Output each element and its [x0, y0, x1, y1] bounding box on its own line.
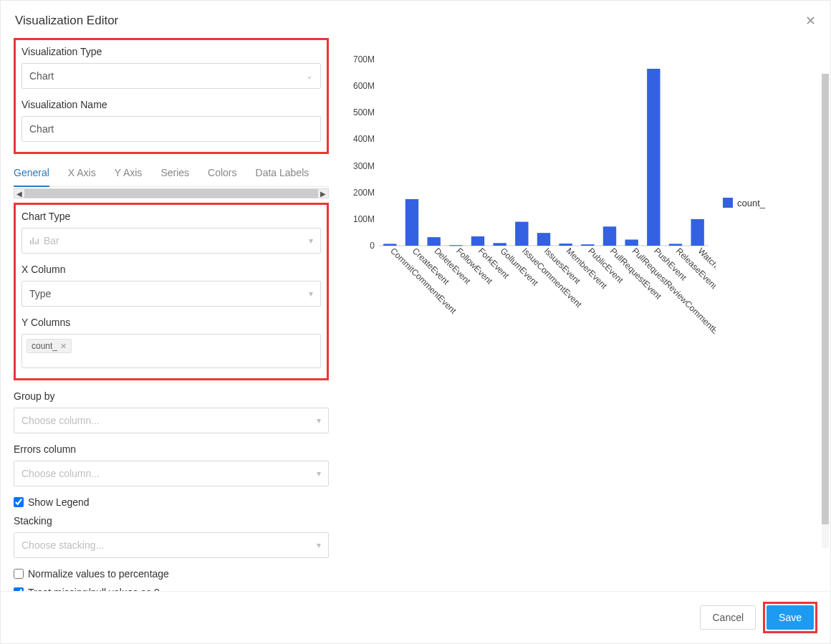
show-legend-checkbox[interactable]: [14, 497, 24, 507]
viz-type-select[interactable]: Chart ⌄: [21, 63, 321, 89]
svg-rect-14: [493, 243, 506, 246]
svg-text:400M: 400M: [353, 134, 375, 144]
missing-checkbox[interactable]: [14, 587, 24, 591]
bar-chart-icon: [29, 236, 39, 246]
y-columns-label: Y Columns: [21, 317, 321, 328]
normalize-label: Normalize values to percentage: [28, 568, 169, 580]
viz-name-input[interactable]: [21, 116, 321, 142]
tab-y-axis[interactable]: Y Axis: [115, 161, 143, 186]
general-section: Chart Type Bar ▾ X Column Type: [14, 203, 329, 380]
tabs: General X Axis Y Axis Series Colors Data…: [14, 161, 329, 187]
chart-preview: 0100M200M300M400M500M600M700MCommitComme…: [343, 52, 817, 339]
modal-title: Visualization Editor: [15, 14, 118, 28]
svg-text:200M: 200M: [353, 188, 375, 198]
svg-rect-12: [449, 245, 462, 246]
show-legend-label: Show Legend: [28, 496, 90, 508]
errors-column-select[interactable]: Choose column... ▾: [14, 461, 329, 486]
cancel-button[interactable]: Cancel: [700, 605, 756, 630]
missing-row[interactable]: Treat missing/null values as 0: [14, 587, 329, 591]
svg-rect-19: [603, 226, 616, 246]
svg-text:600M: 600M: [353, 81, 375, 91]
group-by-select[interactable]: Choose column... ▾: [14, 408, 329, 433]
y-columns-input[interactable]: count_ ✕: [21, 334, 321, 368]
caret-down-icon: ▾: [309, 289, 313, 299]
svg-rect-22: [669, 244, 682, 246]
group-by-label: Group by: [14, 390, 329, 402]
viz-type-value: Chart: [29, 70, 54, 82]
svg-rect-20: [625, 239, 638, 246]
svg-rect-21: [647, 69, 660, 246]
normalize-row[interactable]: Normalize values to percentage: [14, 568, 329, 580]
tab-data-labels[interactable]: Data Labels: [256, 161, 309, 186]
close-button[interactable]: ✕: [805, 14, 816, 27]
svg-text:0: 0: [370, 241, 375, 251]
legend-label: count_: [737, 198, 765, 208]
errors-column-label: Errors column: [14, 443, 329, 455]
stacking-label: Stacking: [14, 515, 329, 527]
svg-rect-11: [427, 237, 440, 246]
svg-rect-17: [559, 244, 572, 246]
caret-down-icon: ▾: [309, 236, 313, 246]
chart-type-select[interactable]: Bar ▾: [21, 228, 321, 254]
chevron-down-icon: ⌄: [306, 71, 313, 81]
chart-type-label: Chart Type: [21, 211, 321, 222]
show-legend-row[interactable]: Show Legend: [14, 496, 329, 508]
tab-series[interactable]: Series: [160, 161, 189, 186]
svg-rect-18: [581, 244, 594, 246]
remove-tag-icon[interactable]: ✕: [60, 342, 67, 351]
legend-swatch: [723, 198, 733, 208]
x-column-value: Type: [29, 288, 51, 299]
svg-text:100M: 100M: [353, 214, 375, 224]
scroll-right-icon[interactable]: ▶: [318, 189, 328, 198]
save-highlight: Save: [763, 602, 817, 633]
caret-down-icon: ▾: [317, 468, 321, 479]
tab-x-axis[interactable]: X Axis: [68, 161, 96, 186]
scrollbar[interactable]: [822, 74, 829, 548]
svg-rect-15: [515, 222, 528, 246]
svg-rect-16: [537, 233, 550, 246]
x-column-select[interactable]: Type ▾: [21, 281, 321, 307]
chart-type-value: Bar: [44, 235, 59, 246]
chart-legend[interactable]: count_: [723, 67, 765, 339]
normalize-checkbox[interactable]: [14, 569, 24, 579]
svg-text:500M: 500M: [353, 107, 375, 117]
svg-text:700M: 700M: [353, 54, 375, 64]
svg-rect-9: [383, 244, 396, 246]
scroll-left-icon[interactable]: ◀: [14, 189, 24, 198]
save-button[interactable]: Save: [767, 605, 814, 630]
viz-type-name-section: Visualization Type Chart ⌄ Visualization…: [14, 38, 329, 154]
x-column-label: X Column: [21, 264, 321, 275]
caret-down-icon: ▾: [317, 415, 321, 426]
tabs-scrollbar[interactable]: ◀ ▶: [14, 188, 329, 198]
svg-text:300M: 300M: [353, 161, 375, 171]
stacking-select[interactable]: Choose stacking... ▾: [14, 532, 329, 558]
viz-name-label: Visualization Name: [21, 99, 321, 110]
y-column-tag[interactable]: count_ ✕: [27, 339, 72, 353]
svg-rect-13: [471, 236, 484, 246]
tab-general[interactable]: General: [14, 161, 49, 187]
caret-down-icon: ▾: [317, 540, 321, 550]
svg-rect-23: [691, 219, 703, 246]
svg-rect-10: [405, 199, 418, 246]
missing-label: Treat missing/null values as 0: [28, 587, 160, 591]
viz-type-label: Visualization Type: [21, 46, 321, 57]
tab-colors[interactable]: Colors: [208, 161, 236, 186]
